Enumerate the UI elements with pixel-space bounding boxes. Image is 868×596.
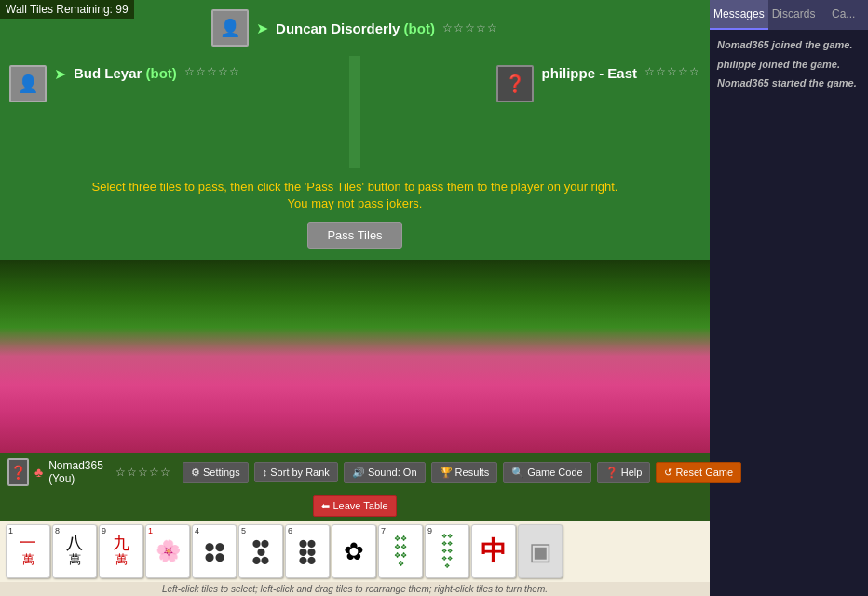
top-player-info: 👤 ➤ Duncan Disorderly (bot) ☆☆☆☆☆ [211,9,498,47]
tiles-hint: Left-click tiles to select; left-click a… [0,582,710,596]
top-player-stars: ☆☆☆☆☆ [442,21,498,34]
pass-message: Select three tiles to pass, then click t… [85,179,625,212]
sidebar: Messages Discards Ca... Nomad365 joined … [710,0,868,596]
left-player-area: 👤 ➤ Bud Leyar (bot) ☆☆☆☆☆ [0,56,349,168]
tiles-row: 1 一 萬 8 八 萬 9 九 萬 1 🌸 [0,521,710,582]
help-button[interactable]: ❓ Help [597,462,651,483]
tile-4c[interactable]: 4 ⬤ ⬤ ⬤ ⬤ [192,524,237,578]
tab-messages[interactable]: Messages [710,0,768,30]
self-player-name: Nomad365 (You) [48,459,110,485]
pass-tiles-button[interactable]: Pass Tiles [307,222,401,249]
self-player-wind: ♣ [34,465,43,480]
self-player-avatar: ❓ [7,458,29,486]
top-player-arrow: ➤ [256,20,268,37]
settings-button[interactable]: ⚙ Settings [183,462,249,483]
results-button[interactable]: 🏆 Results [431,462,498,483]
chat-message-1: Nomad365 joined the game. [717,37,861,53]
right-player-stars: ☆☆☆☆☆ [644,65,700,78]
pass-section: Select three tiles to pass, then click t… [0,168,710,260]
left-player-arrow: ➤ [54,65,66,83]
game-code-button[interactable]: 🔍 Game Code [503,462,590,483]
game-area: Wall Tiles Remaining: 99 👤 ➤ Duncan Diso… [0,0,710,596]
chat-text-2: philippe joined the game. [717,59,840,70]
top-player-avatar: 👤 [211,9,249,47]
chat-text-1: Nomad365 joined the game. [717,39,852,50]
right-player-area: ❓ philippe - East ☆☆☆☆☆ [360,56,710,168]
chat-message-3: Nomad365 started the game. [717,75,861,91]
right-player-name: philippe - East [541,65,637,81]
top-player-name: Duncan Disorderly (bot) [276,20,435,36]
tile-6c[interactable]: 6 ⬤⬤⬤⬤⬤⬤ [285,524,330,578]
left-player-avatar: 👤 [9,65,47,102]
tile-8m[interactable]: 8 八 萬 [52,524,97,578]
wall-tiles-counter: Wall Tiles Remaining: 99 [0,0,134,19]
sidebar-tabs: Messages Discards Ca... [710,0,868,30]
self-player-info: ❓ ♣ Nomad365 (You) ☆☆☆☆☆ [7,458,171,486]
sound-button[interactable]: 🔊 Sound: On [344,462,426,483]
tile-1m[interactable]: 1 一 萬 [6,524,50,578]
right-player-avatar: ❓ [496,65,534,102]
leave-table-button[interactable]: ⬅ Leave Table [313,495,396,517]
tab-ca[interactable]: Ca... [819,0,868,30]
left-player-name: Bud Leyar (bot) [74,65,177,81]
reset-game-button[interactable]: ↺ Reset Game [656,462,741,483]
tab-discards[interactable]: Discards [768,0,820,30]
leave-table-row: ⬅ Leave Table [0,492,710,521]
tile-7b[interactable]: 7 ❖❖❖❖❖❖❖ [378,524,423,578]
middle-row: 👤 ➤ Bud Leyar (bot) ☆☆☆☆☆ ❓ philippe - E… [0,56,710,168]
tile-zhong[interactable]: 中 [471,524,516,578]
tile-flower[interactable]: 1 🌸 [145,524,190,578]
tile-9b[interactable]: 9 ❖❖❖❖❖❖❖❖❖ [425,524,469,578]
tile-chrysanthemum[interactable]: ✿ [332,524,376,578]
sort-button[interactable]: ↕ Sort by Rank [254,462,338,482]
player-toolbar: ❓ ♣ Nomad365 (You) ☆☆☆☆☆ ⚙ Settings ↕ So… [0,453,710,492]
center-game-area [349,56,360,168]
tile-5c[interactable]: 5 ⬤⬤⬤⬤⬤ [238,524,283,578]
tile-9m[interactable]: 9 九 萬 [99,524,143,578]
game-table-background [0,260,710,453]
chat-message-2: philippe joined the game. [717,57,861,73]
left-player-stars: ☆☆☆☆☆ [184,65,240,78]
chat-text-3: Nomad365 started the game. [717,77,857,88]
tile-back[interactable]: ▣ [518,524,563,578]
chat-messages: Nomad365 joined the game. philippe joine… [710,30,868,596]
self-player-stars: ☆☆☆☆☆ [115,466,171,479]
